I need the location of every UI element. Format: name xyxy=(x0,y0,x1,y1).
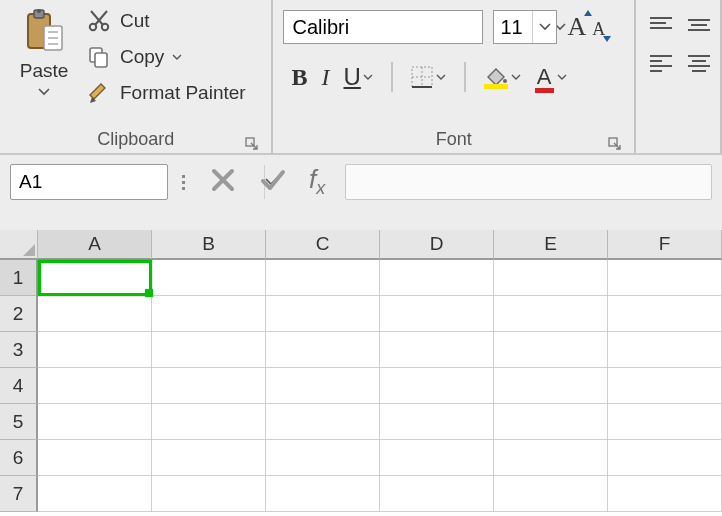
column-header[interactable]: F xyxy=(608,230,722,260)
font-size-dropdown-arrow[interactable] xyxy=(532,11,556,43)
font-color-dropdown-arrow[interactable] xyxy=(557,74,567,81)
paste-button[interactable]: Paste xyxy=(8,6,80,127)
fill-color-dropdown-arrow[interactable] xyxy=(511,74,521,81)
cell[interactable] xyxy=(494,332,608,368)
copy-label: Copy xyxy=(120,46,164,68)
shrink-font-button[interactable]: A xyxy=(592,19,605,40)
cell[interactable] xyxy=(266,404,380,440)
fill-handle[interactable] xyxy=(145,289,153,297)
scissors-icon xyxy=(86,8,112,34)
column-header[interactable]: C xyxy=(266,230,380,260)
borders-dropdown-arrow[interactable] xyxy=(436,74,446,81)
separator xyxy=(464,62,466,92)
cell[interactable] xyxy=(608,404,722,440)
align-left-button[interactable] xyxy=(648,54,674,72)
column-header[interactable]: D xyxy=(380,230,494,260)
row-header[interactable]: 7 xyxy=(0,476,38,512)
paste-dropdown-arrow[interactable] xyxy=(38,82,50,100)
row-header[interactable]: 4 xyxy=(0,368,38,404)
cell[interactable] xyxy=(494,260,608,296)
format-painter-button[interactable]: Format Painter xyxy=(86,80,246,106)
cell[interactable] xyxy=(494,440,608,476)
cell[interactable] xyxy=(152,296,266,332)
spreadsheet-grid[interactable]: ABCDEF 1234567 xyxy=(0,230,722,516)
cell[interactable] xyxy=(152,440,266,476)
cell[interactable] xyxy=(380,296,494,332)
cell[interactable] xyxy=(152,260,266,296)
row-headers[interactable]: 1234567 xyxy=(0,260,38,512)
clipboard-dialog-launcher[interactable] xyxy=(245,135,259,149)
cell[interactable] xyxy=(608,440,722,476)
font-size-input[interactable] xyxy=(494,16,532,39)
cell[interactable] xyxy=(380,404,494,440)
font-size-combobox[interactable] xyxy=(493,10,557,44)
copy-dropdown-arrow[interactable] xyxy=(172,54,182,61)
font-dialog-launcher[interactable] xyxy=(608,135,622,149)
enter-icon[interactable] xyxy=(259,166,287,198)
cell[interactable] xyxy=(38,296,152,332)
cell[interactable] xyxy=(494,368,608,404)
grow-font-button[interactable]: A xyxy=(567,12,586,42)
cell[interactable] xyxy=(152,476,266,512)
cell[interactable] xyxy=(494,404,608,440)
row-header[interactable]: 6 xyxy=(0,440,38,476)
cell[interactable] xyxy=(608,368,722,404)
bold-button[interactable]: B xyxy=(291,64,307,91)
cell[interactable] xyxy=(380,440,494,476)
underline-dropdown-arrow[interactable] xyxy=(363,74,373,81)
cancel-icon[interactable] xyxy=(209,166,237,198)
cell[interactable] xyxy=(266,368,380,404)
borders-button[interactable] xyxy=(411,66,446,88)
select-all-corner[interactable] xyxy=(0,230,38,260)
cell[interactable] xyxy=(608,260,722,296)
cell[interactable] xyxy=(38,368,152,404)
cell[interactable] xyxy=(38,404,152,440)
cell[interactable] xyxy=(38,440,152,476)
borders-icon xyxy=(411,66,433,88)
cell[interactable] xyxy=(380,368,494,404)
formula-bar-resize[interactable] xyxy=(178,175,189,190)
cell[interactable] xyxy=(152,368,266,404)
align-center-button[interactable] xyxy=(686,54,712,72)
cell[interactable] xyxy=(266,476,380,512)
column-header[interactable]: E xyxy=(494,230,608,260)
column-headers[interactable]: ABCDEF xyxy=(38,230,722,260)
row-header[interactable]: 5 xyxy=(0,404,38,440)
cell[interactable] xyxy=(608,476,722,512)
separator xyxy=(391,62,393,92)
cell[interactable] xyxy=(380,260,494,296)
column-header[interactable]: A xyxy=(38,230,152,260)
insert-function-button[interactable]: fx xyxy=(309,164,325,199)
copy-button[interactable]: Copy xyxy=(86,44,246,70)
cell[interactable] xyxy=(266,332,380,368)
cell[interactable] xyxy=(266,296,380,332)
font-color-button[interactable]: A xyxy=(535,64,567,90)
column-header[interactable]: B xyxy=(152,230,266,260)
italic-button[interactable]: I xyxy=(321,64,329,91)
row-header[interactable]: 2 xyxy=(0,296,38,332)
cell[interactable] xyxy=(38,332,152,368)
cell[interactable] xyxy=(152,332,266,368)
cell[interactable] xyxy=(380,476,494,512)
row-header[interactable]: 3 xyxy=(0,332,38,368)
cell[interactable] xyxy=(608,296,722,332)
cell[interactable] xyxy=(380,332,494,368)
cut-button[interactable]: Cut xyxy=(86,8,246,34)
paste-label: Paste xyxy=(20,60,69,82)
font-name-combobox[interactable] xyxy=(283,10,483,44)
name-box[interactable] xyxy=(10,164,168,200)
align-top-button[interactable] xyxy=(648,16,674,34)
row-header[interactable]: 1 xyxy=(0,260,38,296)
fill-color-button[interactable] xyxy=(484,67,521,87)
cell[interactable] xyxy=(608,332,722,368)
align-middle-button[interactable] xyxy=(686,16,712,34)
cell[interactable] xyxy=(266,260,380,296)
cell[interactable] xyxy=(38,476,152,512)
formula-input[interactable] xyxy=(345,164,712,200)
underline-button[interactable]: U xyxy=(343,63,372,91)
active-cell[interactable] xyxy=(38,260,152,296)
cell[interactable] xyxy=(494,296,608,332)
cell[interactable] xyxy=(152,404,266,440)
cell[interactable] xyxy=(494,476,608,512)
cell[interactable] xyxy=(266,440,380,476)
